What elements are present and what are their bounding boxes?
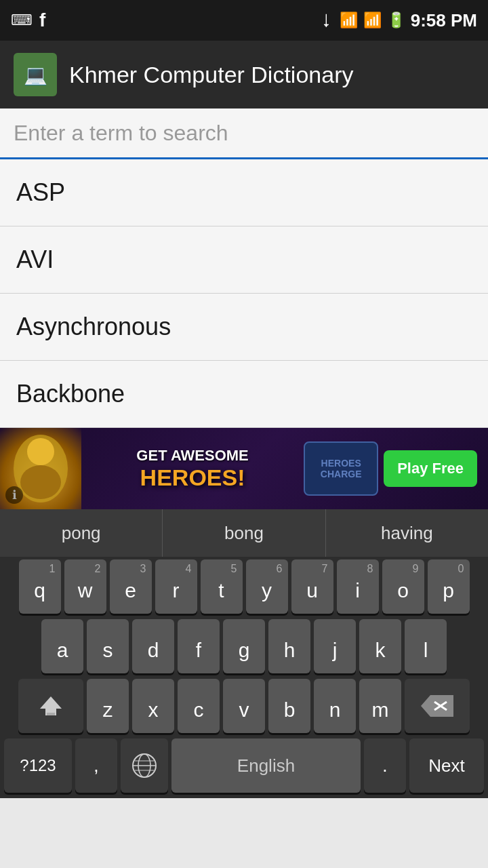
- key-z[interactable]: z: [87, 679, 129, 733]
- wifi-icon: 📶: [340, 12, 358, 29]
- next-label: Next: [428, 755, 464, 776]
- bluetooth-icon: ⭣: [319, 12, 334, 29]
- backspace-key[interactable]: [405, 679, 470, 733]
- svg-marker-5: [421, 695, 453, 717]
- key-o[interactable]: 9 o: [382, 559, 424, 614]
- keyboard-row2: a s d f g h j k l: [0, 616, 488, 676]
- ad-line1: GET AWESOME: [136, 447, 248, 465]
- key-b[interactable]: b: [268, 679, 310, 733]
- ad-heroes-logo: HEROES CHARGE: [304, 441, 378, 496]
- key-y[interactable]: 6 y: [246, 559, 288, 614]
- key-c[interactable]: c: [178, 679, 220, 733]
- key-g[interactable]: g: [223, 619, 265, 673]
- dict-item-asp[interactable]: ASP: [0, 159, 488, 226]
- key-u[interactable]: 7 u: [291, 559, 333, 614]
- comma-key[interactable]: ,: [75, 738, 117, 793]
- dict-item-asynchronous[interactable]: Asynchronous: [0, 294, 488, 361]
- search-container: [0, 108, 488, 159]
- next-key[interactable]: Next: [409, 738, 484, 793]
- ad-play-button[interactable]: Play Free: [384, 450, 477, 487]
- status-right-icons: ⭣ 📶 📶 🔋 9:58 PM: [319, 10, 477, 31]
- app-title: Khmer Computer Dictionary: [69, 62, 353, 88]
- space-key[interactable]: English: [171, 738, 361, 793]
- key-p[interactable]: 0 p: [428, 559, 470, 614]
- battery-icon: 🔋: [387, 12, 405, 29]
- key-e[interactable]: 3 e: [110, 559, 152, 614]
- status-left-icons: ⌨ f: [11, 9, 45, 31]
- ad-info-icon: ℹ: [5, 486, 23, 504]
- keyboard-row1: 1 q 2 w 3 e 4 r 5 t 6 y 7 u 8 i: [0, 557, 488, 616]
- keyboard-bottom-row: ?123 , English . Next: [0, 736, 488, 798]
- key-q[interactable]: 1 q: [19, 559, 61, 614]
- facebook-icon: f: [39, 9, 45, 31]
- key-w[interactable]: 2 w: [64, 559, 106, 614]
- key-m[interactable]: m: [359, 679, 401, 733]
- suggestion-having[interactable]: having: [326, 509, 488, 557]
- svg-point-1: [27, 438, 54, 465]
- key-j[interactable]: j: [314, 619, 356, 673]
- shift-icon: [39, 694, 63, 718]
- period-label: .: [382, 755, 388, 776]
- key-t[interactable]: 5 t: [201, 559, 243, 614]
- keyboard-row3: z x c v b n m: [0, 676, 488, 736]
- numbers-label: ?123: [20, 756, 56, 775]
- key-f[interactable]: f: [178, 619, 220, 673]
- globe-key[interactable]: [121, 738, 168, 793]
- key-v[interactable]: v: [223, 679, 265, 733]
- suggestions-row: pong bong having: [0, 509, 488, 557]
- period-key[interactable]: .: [364, 738, 406, 793]
- svg-rect-4: [47, 713, 55, 715]
- signal-icon: 📶: [363, 12, 382, 29]
- comma-label: ,: [94, 755, 99, 776]
- backspace-icon: [421, 695, 453, 717]
- ad-text: GET AWESOME HEROES!: [81, 447, 304, 491]
- key-l[interactable]: l: [405, 619, 447, 673]
- key-s[interactable]: s: [87, 619, 129, 673]
- app-logo: 💻: [14, 53, 57, 96]
- ad-line2: HEROES!: [140, 465, 245, 491]
- key-n[interactable]: n: [314, 679, 356, 733]
- app-header: 💻 Khmer Computer Dictionary: [0, 41, 488, 108]
- shift-key[interactable]: [18, 679, 83, 733]
- key-d[interactable]: d: [132, 619, 174, 673]
- key-i[interactable]: 8 i: [337, 559, 379, 614]
- dict-item-avi[interactable]: AVI: [0, 226, 488, 294]
- space-label: English: [237, 755, 295, 776]
- numbers-key[interactable]: ?123: [4, 738, 72, 793]
- key-h[interactable]: h: [268, 619, 310, 673]
- keyboard-icon: ⌨: [11, 12, 33, 29]
- suggestion-pong[interactable]: pong: [0, 509, 163, 557]
- globe-icon: [131, 753, 157, 778]
- status-time: 9:58 PM: [411, 10, 477, 31]
- key-x[interactable]: x: [132, 679, 174, 733]
- key-k[interactable]: k: [359, 619, 401, 673]
- dict-list: ASP AVI Asynchronous Backbone: [0, 159, 488, 428]
- dict-item-backbone[interactable]: Backbone: [0, 361, 488, 428]
- status-bar: ⌨ f ⭣ 📶 📶 🔋 9:58 PM: [0, 0, 488, 41]
- app-logo-emoji: 💻: [24, 64, 47, 86]
- ad-banner[interactable]: GET AWESOME HEROES! HEROES CHARGE Play F…: [0, 428, 488, 509]
- search-input[interactable]: [14, 121, 474, 146]
- svg-marker-3: [40, 696, 62, 715]
- key-a[interactable]: a: [41, 619, 83, 673]
- keyboard: pong bong having 1 q 2 w 3 e 4 r 5 t 6 y: [0, 509, 488, 798]
- suggestion-bong[interactable]: bong: [163, 509, 325, 557]
- svg-point-2: [20, 465, 61, 499]
- key-r[interactable]: 4 r: [155, 559, 197, 614]
